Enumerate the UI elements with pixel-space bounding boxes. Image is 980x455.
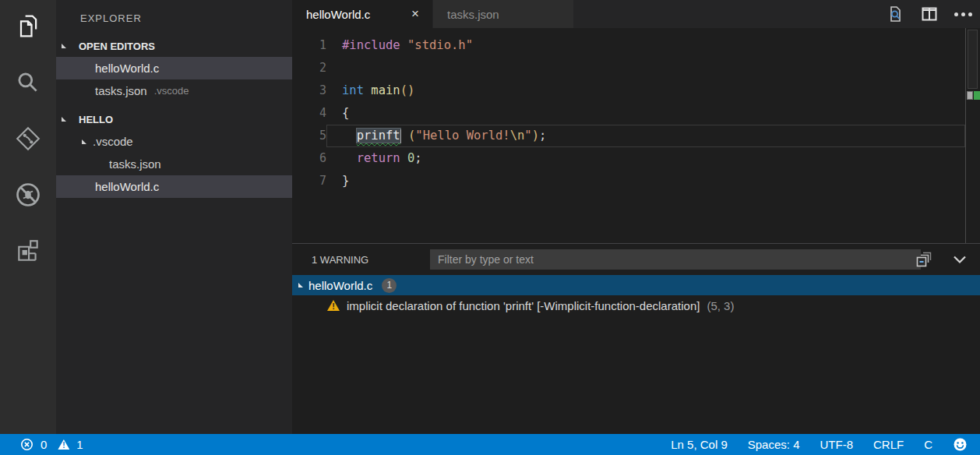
line-number: 7	[292, 170, 326, 192]
activity-explorer[interactable]	[0, 0, 56, 56]
line-content	[326, 57, 965, 79]
problem-message: implicit declaration of function 'prinft…	[347, 299, 700, 312]
row-label: tasks.json	[109, 157, 161, 171]
activity-extensions[interactable]	[0, 224, 56, 280]
status-indentation[interactable]: Spaces: 4	[748, 438, 800, 451]
explorer-sidebar: EXPLORER OPEN EDITORShelloWorld.ctasks.j…	[56, 0, 292, 434]
error-icon	[20, 438, 33, 451]
problems-file-group-row[interactable]: helloWorld.c 1	[292, 275, 980, 295]
activity-source-control[interactable]	[0, 112, 56, 168]
status-eol-sequence[interactable]: CRLF	[873, 438, 904, 451]
warning-triangle-icon	[327, 300, 340, 311]
source-control-icon	[15, 125, 41, 155]
extensions-icon	[15, 238, 41, 267]
tab-close-icon[interactable]: ×	[407, 6, 423, 22]
warning-count: 1	[76, 438, 83, 451]
files-icon	[14, 12, 42, 44]
code-token: int	[342, 83, 364, 97]
tab-tasks-json[interactable]: tasks.json	[433, 0, 574, 28]
hide-panel-chevron-icon[interactable]	[950, 250, 969, 269]
line-number: 2	[292, 57, 326, 79]
line-number: 1	[292, 34, 326, 57]
section-header-hello[interactable]: HELLO	[56, 108, 292, 130]
error-count: 0	[41, 438, 47, 451]
code-token	[342, 151, 357, 165]
tree-file-tasks-json[interactable]: tasks.json	[56, 153, 292, 175]
code-token: \n	[510, 129, 525, 143]
tabs-container: helloWorld.c×tasks.json	[292, 0, 574, 28]
code-line-6[interactable]: 6 return 0;	[292, 147, 980, 170]
line-number: 6	[292, 147, 326, 170]
section-header-label: OPEN EDITORS	[79, 41, 155, 52]
code-token: "stdio.h"	[407, 38, 473, 52]
code-line-2[interactable]: 2	[292, 57, 980, 79]
more-actions-icon[interactable]	[954, 12, 972, 16]
status-bar-right: Ln 5, Col 9Spaces: 4UTF-8CRLFC	[671, 437, 968, 452]
code-token	[400, 151, 407, 165]
code-token: ()	[400, 83, 415, 97]
tree-file-helloWorld-c[interactable]: helloWorld.c	[56, 57, 292, 79]
line-number: 4	[292, 102, 326, 125]
split-editor-icon[interactable]	[920, 5, 939, 23]
activity-debug[interactable]	[0, 168, 56, 224]
code-token: }	[342, 174, 349, 188]
tree-folder--vscode[interactable]: .vscode	[56, 130, 292, 153]
code-token: ;	[414, 151, 421, 165]
explorer-sections: OPEN EDITORShelloWorld.ctasks.json.vscod…	[56, 35, 292, 198]
problems-count-badge: 1	[382, 278, 397, 293]
problems-status-item[interactable]: 0 1	[20, 438, 83, 451]
code-token: "	[524, 129, 531, 143]
activity-search[interactable]	[0, 56, 56, 112]
code-token	[364, 83, 371, 97]
tree-file-tasks-json[interactable]: tasks.json.vscode	[56, 79, 292, 102]
code-editor[interactable]: 1#include "stdio.h"23int main()4{5 prinf…	[292, 28, 980, 243]
section-twistie-icon	[62, 44, 66, 48]
code-token: ;	[539, 129, 546, 143]
code-token	[401, 129, 408, 143]
problems-filter-input[interactable]	[430, 249, 921, 270]
feedback-smiley-icon[interactable]	[953, 437, 968, 452]
section-gap	[56, 102, 292, 108]
tree-file-helloWorld-c[interactable]: helloWorld.c	[56, 175, 292, 198]
tab-label: tasks.json	[447, 8, 499, 21]
warning-marker	[974, 91, 980, 100]
code-token: )	[532, 129, 539, 143]
status-cursor-position[interactable]: Ln 5, Col 9	[671, 438, 728, 451]
problems-panel-header: 1 WARNING	[292, 244, 980, 275]
activity-bar	[0, 0, 56, 434]
code-token: (	[408, 129, 415, 143]
code-line-7[interactable]: 7}	[292, 170, 980, 192]
code-line-5[interactable]: 5 prinft ("Hello World!\n");	[292, 125, 980, 147]
line-content: return 0;	[326, 147, 965, 170]
tab-label: helloWorld.c	[306, 8, 370, 21]
row-detail: .vscode	[154, 85, 189, 97]
folder-twistie-icon	[82, 139, 86, 144]
scrollbar-slider[interactable]	[968, 30, 978, 89]
warning-icon	[58, 439, 69, 450]
problem-row[interactable]: implicit declaration of function 'prinft…	[292, 295, 980, 316]
status-language-mode[interactable]: C	[924, 438, 932, 451]
status-encoding[interactable]: UTF-8	[820, 438, 853, 451]
row-label: tasks.json	[95, 84, 147, 97]
row-label: helloWorld.c	[95, 62, 159, 75]
code-line-3[interactable]: 3int main()	[292, 79, 980, 102]
code-token: {	[342, 106, 349, 120]
section-header-label: HELLO	[79, 114, 113, 125]
row-label: helloWorld.c	[95, 180, 159, 193]
collapse-all-icon[interactable]	[915, 250, 933, 269]
code-token: 0	[407, 151, 414, 165]
line-content: int main()	[326, 79, 965, 102]
line-content: prinft ("Hello World!\n");	[326, 125, 965, 147]
section-header-open-editors[interactable]: OPEN EDITORS	[56, 35, 292, 57]
vscode-window: EXPLORER OPEN EDITORShelloWorld.ctasks.j…	[0, 0, 980, 434]
code-line-1[interactable]: 1#include "stdio.h"	[292, 34, 980, 57]
line-number: 3	[292, 79, 326, 102]
code-line-4[interactable]: 4{	[292, 102, 980, 125]
tab-helloWorld-c[interactable]: helloWorld.c×	[292, 0, 433, 28]
search-icon	[15, 69, 41, 99]
overview-ruler-scrollbar[interactable]	[965, 28, 980, 243]
code-lines: 1#include "stdio.h"23int main()4{5 prinf…	[292, 34, 980, 192]
find-in-file-icon[interactable]	[886, 5, 904, 23]
line-number: 5	[292, 125, 326, 147]
status-right-items: Ln 5, Col 9Spaces: 4UTF-8CRLFC	[671, 438, 932, 451]
